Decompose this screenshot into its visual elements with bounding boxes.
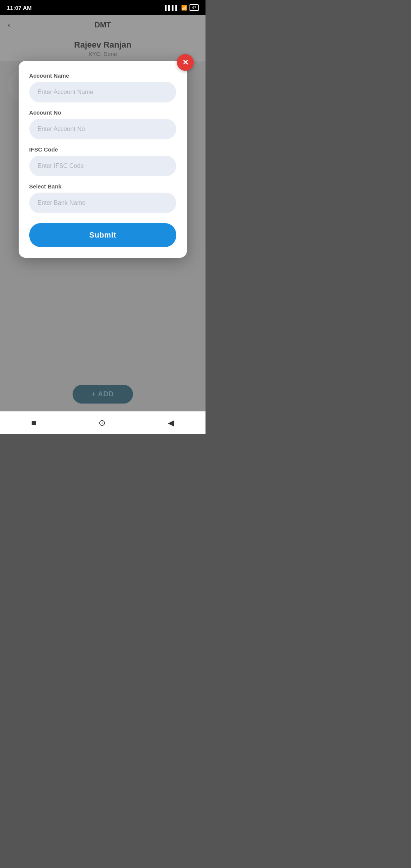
signal-icon: ▌▌▌▌ [165,5,179,11]
account-name-input[interactable] [29,82,177,102]
background-screen: ‹ DMT Rajeev Ranjan KYC: Done R A... 3 +… [0,15,206,434]
modal-backdrop: ✕ Account Name Account No IFSC Code Sele… [0,15,206,434]
bank-group: Select Bank [29,183,177,213]
bank-label: Select Bank [29,183,177,190]
close-modal-button[interactable]: ✕ [177,54,194,71]
ifsc-input[interactable] [29,156,177,176]
status-icons: ▌▌▌▌ 📶 47 [165,4,199,11]
ifsc-group: IFSC Code [29,146,177,176]
status-time: 11:07 AM [7,5,32,11]
ifsc-label: IFSC Code [29,146,177,153]
status-bar: 11:07 AM ▌▌▌▌ 📶 47 [0,0,206,15]
submit-button[interactable]: Submit [29,223,177,247]
modal-dialog: ✕ Account Name Account No IFSC Code Sele… [19,61,187,258]
wifi-icon: 📶 [181,5,187,11]
account-no-label: Account No [29,109,177,116]
account-no-input[interactable] [29,119,177,139]
account-no-group: Account No [29,109,177,139]
account-name-label: Account Name [29,72,177,79]
battery-icon: 47 [190,4,199,11]
account-name-group: Account Name [29,72,177,102]
bank-input[interactable] [29,193,177,213]
